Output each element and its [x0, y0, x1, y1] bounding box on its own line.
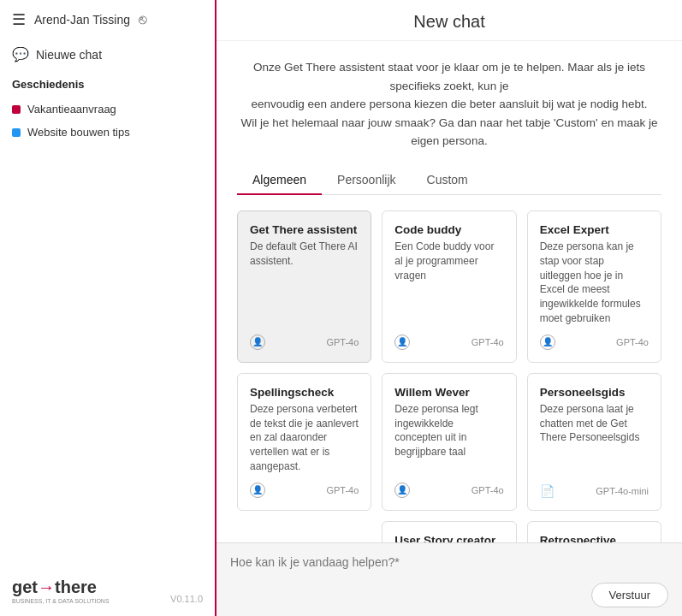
document-icon: 📄	[540, 484, 554, 498]
sidebar-footer: get→there BUSINESS, IT & DATA SOLUTIONS …	[0, 566, 215, 616]
input-row: Verstuur	[230, 579, 668, 607]
card-avatar: 👤	[250, 335, 265, 350]
card-desc: Deze peronsa legt ingewikkelde concepten…	[394, 402, 503, 474]
card-avatar: 👤	[394, 483, 410, 498]
card-desc: Deze persona verbetert de tekst die je a…	[250, 402, 359, 474]
card-title: Spellingscheck	[250, 386, 359, 399]
bottom-bar: Verstuur	[216, 542, 682, 616]
card-retrospective[interactable]: Retrospective Generator Ontwerp thematis…	[527, 521, 661, 542]
card-footer: 👤 GPT-4o	[250, 483, 359, 498]
history-label: Geschiedenis	[12, 78, 203, 91]
card-excel-expert[interactable]: Excel Expert Deze persona kan je stap vo…	[527, 210, 661, 363]
card-model: GPT-4o-mini	[596, 486, 649, 496]
logo-tagline: BUSINESS, IT & DATA SOLUTIONS	[12, 598, 110, 604]
cards-grid-row2: User Story creator Met deze perona schri…	[237, 521, 661, 542]
card-title: Code buddy	[394, 223, 503, 236]
card-user-story[interactable]: User Story creator Met deze perona schri…	[382, 521, 516, 542]
main-panel: New chat Onze Get There assistent staat …	[216, 0, 682, 616]
send-button[interactable]: Verstuur	[591, 583, 668, 607]
history-icon-vakantie	[12, 105, 21, 114]
page-title: New chat	[216, 0, 682, 41]
sidebar-header: ☰ Arend-Jan Tissing ⎋	[0, 0, 215, 39]
card-footer: 📄 GPT-4o-mini	[540, 484, 649, 498]
card-desc: Deze persona kan je stap voor stap uitle…	[540, 240, 649, 326]
intro-line2: eenvoudig een andere persona kiezen die …	[251, 98, 647, 110]
tab-algemeen[interactable]: Algemeen	[237, 166, 322, 195]
card-title: Willem Wever	[394, 386, 503, 399]
tabs-bar: Algemeen Persoonlijk Custom	[237, 166, 661, 195]
card-title: User Story creator	[394, 534, 503, 542]
card-spellingscheck[interactable]: Spellingscheck Deze persona verbetert de…	[237, 373, 371, 511]
intro-line1: Onze Get There assistent staat voor je k…	[253, 61, 645, 92]
card-title: Personeelsgids	[540, 386, 649, 399]
new-chat-icon: 💬	[12, 46, 29, 62]
card-desc: De default Get There AI assistent.	[250, 240, 359, 326]
hamburger-icon[interactable]: ☰	[12, 10, 26, 29]
cards-grid: Get There assistent De default Get There…	[237, 210, 661, 511]
main-body: Onze Get There assistent staat voor je k…	[216, 41, 682, 542]
history-item-vakantie[interactable]: Vakantieaanvraag	[12, 98, 203, 121]
card-model: GPT-4o	[326, 337, 359, 347]
card-footer: 👤 GPT-4o	[394, 335, 503, 350]
sidebar: ☰ Arend-Jan Tissing ⎋ 💬 Nieuwe chat Gesc…	[0, 0, 216, 616]
card-avatar: 👤	[250, 483, 265, 498]
card-title: Get There assistent	[250, 223, 359, 236]
card-model: GPT-4o	[616, 337, 649, 347]
history-item-label: Website bouwen tips	[27, 126, 130, 139]
card-title: Excel Expert	[540, 223, 649, 236]
intro-text: Onze Get There assistent staat voor je k…	[237, 58, 661, 151]
sidebar-user: Arend-Jan Tissing ⎋	[34, 12, 147, 27]
tab-custom[interactable]: Custom	[412, 166, 483, 195]
version-label: V0.11.0	[170, 594, 203, 604]
card-model: GPT-4o	[326, 485, 359, 495]
card-personeelsgids[interactable]: Personeelsgids Deze persona laat je chat…	[527, 373, 661, 511]
card-footer: 👤 GPT-4o	[394, 483, 503, 498]
history-item-label: Vakantieaanvraag	[27, 103, 116, 116]
card-footer: 👤 GPT-4o	[250, 335, 359, 350]
card-title: Retrospective Generator	[540, 534, 649, 542]
card-willem-wever[interactable]: Willem Wever Deze peronsa legt ingewikke…	[382, 373, 516, 511]
card-desc: Deze persona laat je chatten met de Get …	[540, 402, 649, 476]
intro-line3: Wil je het helemaal naar jouw smaak? Ga …	[241, 116, 658, 148]
logo-area: get→there BUSINESS, IT & DATA SOLUTIONS	[12, 578, 110, 604]
card-desc: Een Code buddy voor al je programmeer vr…	[394, 240, 503, 326]
tab-persoonlijk[interactable]: Persoonlijk	[322, 166, 411, 195]
history-item-website[interactable]: Website bouwen tips	[12, 121, 203, 144]
card-avatar: 👤	[540, 335, 555, 350]
new-chat-button[interactable]: 💬 Nieuwe chat	[0, 39, 215, 69]
new-chat-label: Nieuwe chat	[36, 48, 102, 62]
card-footer: 👤 GPT-4o	[540, 335, 649, 350]
card-model: GPT-4o	[471, 337, 504, 347]
logout-icon[interactable]: ⎋	[139, 12, 147, 27]
user-name: Arend-Jan Tissing	[34, 13, 130, 27]
history-icon-website	[12, 128, 21, 137]
card-avatar: 👤	[394, 335, 410, 350]
logo: get→there	[12, 578, 110, 596]
card-get-there[interactable]: Get There assistent De default Get There…	[237, 210, 371, 363]
card-model: GPT-4o	[471, 485, 504, 495]
chat-input[interactable]	[230, 552, 668, 572]
history-section: Geschiedenis Vakantieaanvraag Website bo…	[0, 69, 215, 147]
card-code-buddy[interactable]: Code buddy Een Code buddy voor al je pro…	[382, 210, 516, 363]
